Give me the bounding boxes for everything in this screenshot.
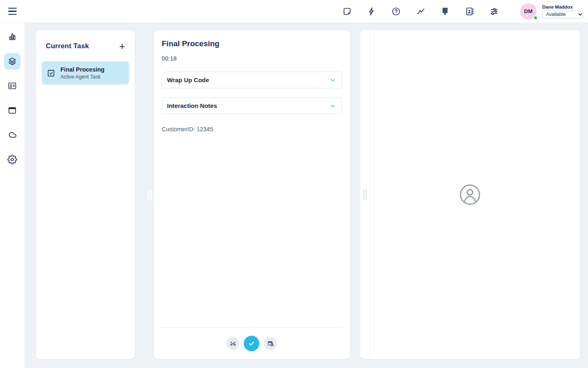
customer-id-text: CustomerID: 12345 [162,126,342,132]
transfer-task-button[interactable] [226,337,239,350]
customer-context-panel [360,30,580,359]
task-actions-bar [161,328,342,359]
user-name: Dane Maddox [542,4,584,9]
chevron-down-icon [328,76,337,85]
user-block: DM Dane Maddox Available [520,3,584,20]
park-task-icon [267,340,274,347]
left-rail [0,23,24,368]
status-select[interactable]: Available [542,11,584,18]
panel-resize-handle[interactable] [363,189,367,200]
workspace: Current Task + Final Procesing Active Ag… [24,23,588,368]
contacts-icon[interactable] [465,7,474,16]
help-icon[interactable] [391,7,401,16]
task-detail-panel: Final Procesing 00:18 Wrap Up Code Inter… [154,30,350,359]
sidebar-item-tasks[interactable] [4,53,20,70]
performance-icon[interactable] [416,7,425,16]
hamburger-menu-button[interactable] [0,0,24,23]
panel-gap [135,30,154,359]
hamburger-icon [8,8,17,15]
presence-dot [533,16,538,20]
context-panel-strip [360,30,370,359]
panel-gap [350,30,360,359]
settings-icon [7,155,17,164]
complete-task-check-icon [247,339,256,348]
chevron-down-icon [328,101,337,110]
task-timer: 00:18 [162,55,342,62]
sidebar-item-cloud[interactable] [4,127,20,143]
task-card[interactable]: Final Procesing Active Agent Task [42,61,129,85]
cloud-icon [7,130,17,140]
lightning-icon[interactable] [367,7,376,16]
park-task-button[interactable] [264,337,277,350]
sidebar-item-apps[interactable] [4,102,20,119]
contact-card-icon [7,81,17,91]
task-card-subtitle: Active Agent Task [60,74,105,80]
layers-icon [7,56,17,66]
context-panel-body [370,30,580,359]
wrap-up-code-label: Wrap Up Code [167,76,209,83]
add-task-button[interactable]: + [116,40,128,52]
interaction-notes-accordion[interactable]: Interaction Notes [162,97,342,114]
preferences-icon[interactable] [489,7,499,16]
task-card-title: Final Procesing [60,66,105,73]
note-icon[interactable] [342,7,352,16]
window-icon [7,105,17,115]
check-square-icon [47,69,56,78]
sidebar-item-settings[interactable] [4,151,20,168]
interaction-notes-label: Interaction Notes [167,102,217,109]
sidebar-item-contacts[interactable] [4,78,20,94]
avatar[interactable]: DM [520,3,537,20]
tasks-panel-title: Current Task [46,42,89,50]
topbar: DM Dane Maddox Available [0,0,588,23]
transfer-task-icon [229,340,236,347]
sidebar-item-analytics[interactable] [4,29,20,45]
topbar-actions: DM Dane Maddox Available [342,3,588,20]
current-task-panel: Current Task + Final Procesing Active Ag… [36,30,135,359]
panel-resize-handle[interactable] [148,189,151,200]
wrap-up-code-accordion[interactable]: Wrap Up Code [162,72,342,88]
analytics-icon [7,32,17,42]
task-detail-title: Final Procesing [162,39,342,48]
dialpad-icon[interactable] [440,7,450,16]
complete-task-button[interactable] [244,336,259,351]
